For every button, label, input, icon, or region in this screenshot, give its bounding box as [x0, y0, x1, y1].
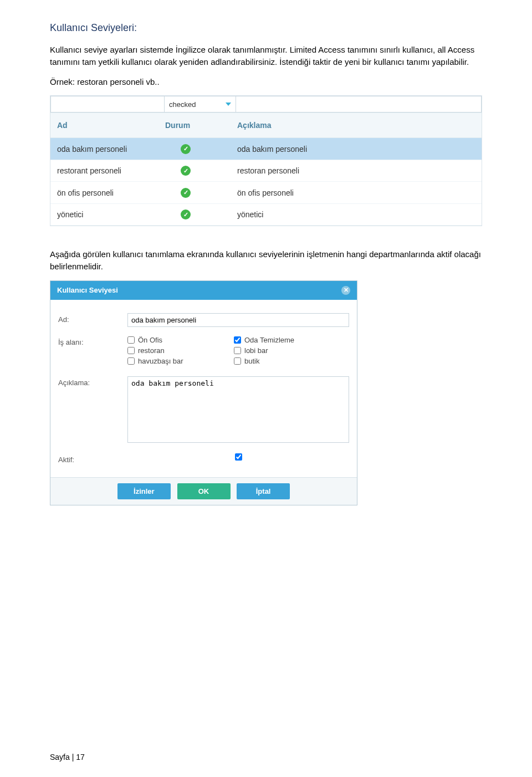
checkbox-aktif[interactable] — [235, 453, 242, 461]
cell-ad: restorant personeli — [57, 166, 165, 175]
cell-aciklama: oda bakım personeli — [237, 145, 475, 154]
cell-aciklama: yönetici — [237, 210, 475, 219]
cell-durum: ✓ — [165, 209, 237, 220]
check-icon: ✓ — [181, 166, 191, 176]
checkbox-label: Oda Temizleme — [244, 336, 294, 344]
modal-body: Ad: İş alanı: Ön OfisOda Temizlemerestor… — [50, 300, 357, 477]
section-heading: Kullanıcı Seviyeleri: — [50, 22, 482, 34]
checkbox-option[interactable]: havuzbaşı bar — [127, 357, 234, 365]
filter-status-value: checked — [169, 100, 196, 109]
checkbox-label: havuzbaşı bar — [138, 357, 183, 365]
table-row[interactable]: ön ofis personeli✓ön ofis personeli — [50, 182, 482, 204]
checkbox-option[interactable]: lobi bar — [234, 346, 340, 355]
table-row[interactable]: yönetici✓yönetici — [50, 204, 482, 226]
iptal-button[interactable]: İptal — [237, 483, 290, 499]
checkbox-input[interactable] — [127, 357, 135, 365]
cell-ad: yönetici — [57, 210, 165, 219]
label-isalani: İş alanı: — [58, 336, 127, 367]
checkbox-label: Ön Ofis — [138, 336, 162, 344]
user-level-modal: Kullanıcı Seviyesi ✕ Ad: İş alanı: Ön Of… — [50, 280, 357, 505]
filter-desc-input[interactable] — [236, 96, 482, 113]
checkbox-input[interactable] — [234, 347, 241, 354]
table-header: Ad Durum Açıklama — [50, 113, 482, 138]
checkbox-grid: Ön OfisOda Temizlemerestoranlobi barhavu… — [127, 336, 349, 367]
page-footer: Sayfa | 17 — [50, 753, 85, 761]
label-aktif: Aktif: — [58, 453, 127, 464]
chevron-down-icon — [226, 103, 231, 106]
filter-row: checked — [50, 96, 482, 113]
checkbox-label: butik — [244, 357, 259, 365]
cell-ad: oda bakım personeli — [57, 145, 165, 154]
table-body: oda bakım personeli✓oda bakım personelir… — [50, 138, 482, 226]
checkbox-option[interactable]: restoran — [127, 346, 234, 355]
checkbox-input[interactable] — [127, 336, 135, 344]
checkbox-option[interactable]: Ön Ofis — [127, 336, 234, 344]
checkbox-option[interactable]: butik — [234, 357, 340, 365]
ok-button[interactable]: OK — [177, 483, 231, 499]
col-header-durum[interactable]: Durum — [165, 121, 237, 130]
label-aciklama: Açıklama: — [58, 376, 127, 444]
form-row-aciklama: Açıklama: — [58, 376, 349, 444]
form-row-isalani: İş alanı: Ön OfisOda Temizlemerestoranlo… — [58, 336, 349, 367]
input-aciklama[interactable] — [127, 376, 349, 443]
input-ad[interactable] — [127, 313, 349, 327]
check-icon: ✓ — [181, 209, 191, 219]
cell-durum: ✓ — [165, 144, 237, 154]
cell-aciklama: ön ofis personeli — [237, 188, 475, 197]
modal-title-text: Kullanıcı Seviyesi — [57, 286, 118, 294]
checkbox-option[interactable]: Oda Temizleme — [234, 336, 340, 344]
izinler-button[interactable]: İzinler — [117, 483, 171, 499]
example-paragraph: Örnek: restoran personeli vb.. — [50, 76, 482, 88]
filter-name-input[interactable] — [50, 96, 164, 113]
checkbox-input[interactable] — [234, 357, 241, 365]
filter-status-select[interactable]: checked — [164, 96, 236, 113]
form-row-aktif: Aktif: — [58, 453, 349, 464]
cell-durum: ✓ — [165, 166, 237, 176]
close-icon[interactable]: ✕ — [341, 286, 350, 295]
checkbox-input[interactable] — [234, 336, 241, 344]
cell-ad: ön ofis personeli — [57, 188, 165, 197]
checkbox-input[interactable] — [127, 347, 135, 354]
checkbox-label: lobi bar — [244, 346, 268, 355]
intro-paragraph: Kullanıcı seviye ayarları sistemde İngil… — [50, 44, 482, 68]
table-row[interactable]: restorant personeli✓restoran personeli — [50, 160, 482, 182]
col-header-aciklama[interactable]: Açıklama — [237, 121, 475, 130]
user-level-table: checked Ad Durum Açıklama oda bakım pers… — [50, 95, 482, 226]
cell-aciklama: restoran personeli — [237, 166, 475, 175]
check-icon: ✓ — [181, 144, 191, 154]
modal-titlebar: Kullanıcı Seviyesi ✕ — [50, 281, 357, 300]
modal-footer: İzinler OK İptal — [50, 477, 357, 505]
explanation-paragraph: Aşağıda görülen kullanıcı tanımlama ekra… — [50, 248, 482, 273]
table-row[interactable]: oda bakım personeli✓oda bakım personeli — [50, 138, 482, 160]
label-ad: Ad: — [58, 313, 127, 327]
checkbox-label: restoran — [138, 346, 165, 355]
check-icon: ✓ — [181, 188, 191, 198]
cell-durum: ✓ — [165, 187, 237, 198]
col-header-ad[interactable]: Ad — [57, 121, 165, 130]
form-row-ad: Ad: — [58, 313, 349, 327]
